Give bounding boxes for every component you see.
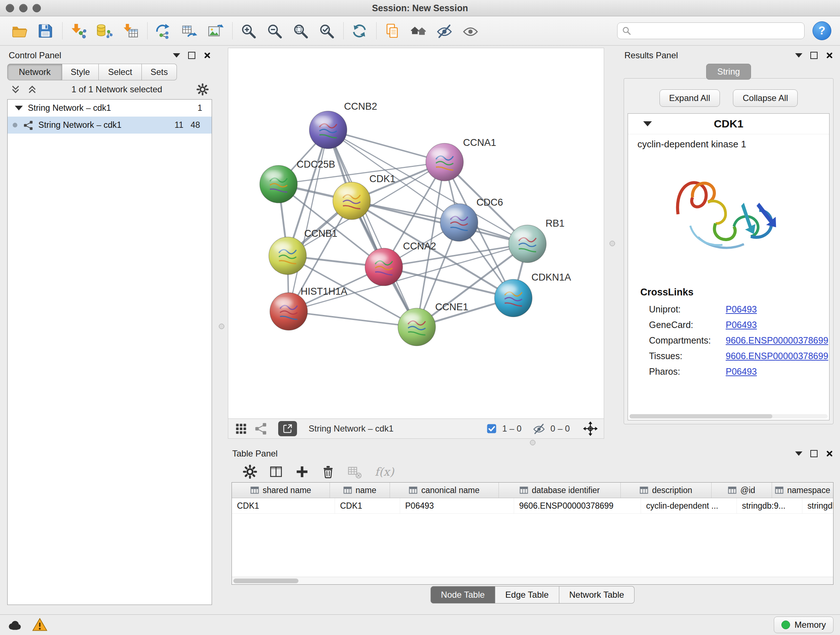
cell-shared-name[interactable]: CDK1 [232,498,335,513]
cell-namespace[interactable]: stringdb [802,498,833,513]
selected-checkbox-icon[interactable] [486,423,497,434]
column-header-shared-name[interactable]: shared name [232,483,330,498]
cell-database-identifier[interactable]: 9606.ENSP00000378699 [514,498,641,513]
table-row[interactable]: CDK1 CDK1 P06493 9606.ENSP00000378699 cy… [232,498,833,514]
network-options-gear-icon[interactable] [196,83,209,96]
pan-crosshair-icon[interactable] [583,421,598,436]
tissues-link[interactable]: 9606.ENSP00000378699 [726,351,829,361]
zoom-out-button[interactable] [264,20,285,42]
maximize-panel-icon[interactable] [188,52,195,59]
network-node-CDC25B[interactable]: CDC25B [260,159,335,203]
vertical-splitter-right[interactable] [604,48,620,439]
network-collection-row[interactable]: String Network – cdk1 1 [8,100,212,117]
scrollbar-thumb[interactable] [233,578,298,583]
column-header-description[interactable]: description [621,483,712,498]
import-table-file-button[interactable] [120,20,141,42]
apply-layout-button[interactable] [349,20,370,42]
network-node-CCNA1[interactable]: CCNA1 [426,137,496,181]
close-panel-icon[interactable] [826,52,833,59]
network-node-RB1[interactable]: RB1 [508,218,564,263]
tab-network-table[interactable]: Network Table [559,586,635,603]
network-edge-ccne1-hist1h1a[interactable] [289,311,417,327]
pharos-link[interactable]: P06493 [726,366,757,377]
tab-string[interactable]: String [706,64,752,80]
cell-id[interactable]: stringdb:9... [737,498,802,513]
close-panel-icon[interactable] [826,450,833,457]
cell-description[interactable]: cyclin-dependent ... [641,498,737,513]
import-network-file-button[interactable] [68,20,88,42]
uniprot-link[interactable]: P06493 [726,304,757,315]
column-header-id[interactable]: @id [712,483,772,498]
open-session-button[interactable] [9,20,30,42]
column-header-namespace[interactable]: namespace [772,483,833,498]
add-column-icon[interactable] [294,464,309,479]
cell-canonical-name[interactable]: P06493 [400,498,514,513]
show-all-button[interactable] [460,20,481,42]
compartments-link[interactable]: 9606.ENSP00000378699 [726,335,829,346]
network-edge-rb1-hist1h1a[interactable] [289,244,527,311]
save-session-button[interactable] [35,20,56,42]
horizontal-splitter[interactable] [228,439,837,446]
network-node-HIST1H1A[interactable]: HIST1H1A [270,286,347,330]
collapse-all-icon[interactable] [10,84,21,95]
genecard-link[interactable]: P06493 [726,320,757,330]
search-box[interactable] [617,22,805,39]
network-edge-ccnb2-ccne1[interactable] [328,130,417,327]
search-input[interactable] [634,25,800,36]
expand-all-icon[interactable] [27,84,38,95]
documents-button[interactable] [382,20,403,42]
maximize-panel-icon[interactable] [810,52,818,59]
network-node-CCNB2[interactable]: CCNB2 [309,101,377,149]
delete-column-icon[interactable] [321,464,336,479]
network-node-CCNB1[interactable]: CCNB1 [269,228,337,275]
table-options-gear-icon[interactable] [242,464,257,479]
column-header-name[interactable]: name [330,483,390,498]
network-row[interactable]: String Network – cdk1 11 48 [8,117,212,134]
show-columns-icon[interactable] [268,464,284,479]
tab-sets[interactable]: Sets [142,64,177,80]
float-panel-icon[interactable] [795,53,802,57]
column-header-database-identifier[interactable]: database identifier [499,483,621,498]
maximize-window-button[interactable] [33,4,41,12]
column-header-canonical-name[interactable]: canonical name [390,483,499,498]
float-panel-icon[interactable] [795,451,802,456]
minimize-window-button[interactable] [19,4,27,12]
expand-all-button[interactable]: Expand All [660,89,720,107]
vertical-splitter-left[interactable] [215,48,228,605]
tab-select[interactable]: Select [99,64,142,80]
export-image-button[interactable] [205,20,226,42]
home-button[interactable] [408,20,429,42]
network-node-CDKN1A[interactable]: CDKN1A [494,272,571,317]
close-window-button[interactable] [6,4,14,12]
overview-mode-icon[interactable] [254,422,268,435]
memory-button[interactable]: Memory [774,616,834,633]
zoom-in-button[interactable] [238,20,259,42]
hide-selected-button[interactable] [434,20,455,42]
tab-network[interactable]: Network [7,64,62,80]
help-button[interactable]: ? [813,21,831,40]
results-horizontal-scrollbar[interactable] [630,414,828,418]
close-panel-icon[interactable] [203,52,210,59]
network-graph[interactable]: CCNB2CCNA1CDC25BCDK1CDC6RB1CCNB1CCNA2CDK… [228,48,604,418]
collection-disclosure-icon[interactable] [15,106,23,111]
zoom-fit-button[interactable] [290,20,311,42]
warning-icon[interactable] [32,617,48,633]
tab-edge-table[interactable]: Edge Table [495,586,559,603]
cell-name[interactable]: CDK1 [335,498,400,513]
grid-mode-icon[interactable] [234,422,248,435]
open-in-browser-button[interactable] [278,421,297,436]
network-edge-ccnb2-hist1h1a[interactable] [289,130,328,312]
table-horizontal-scrollbar[interactable] [232,577,833,584]
export-table-button[interactable] [179,20,200,42]
export-network-button[interactable] [153,20,174,42]
maximize-panel-icon[interactable] [810,450,818,457]
cloud-icon[interactable] [6,617,22,633]
import-network-database-button[interactable] [94,20,115,42]
network-canvas[interactable]: CCNB2CCNA1CDC25BCDK1CDC6RB1CCNB1CCNA2CDK… [228,48,604,419]
tab-style[interactable]: Style [62,64,99,80]
hidden-eye-icon[interactable] [532,422,546,435]
tab-node-table[interactable]: Node Table [431,586,495,603]
float-panel-icon[interactable] [173,53,180,57]
collapse-all-button[interactable]: Collapse All [733,89,798,107]
zoom-selected-button[interactable] [316,20,337,42]
